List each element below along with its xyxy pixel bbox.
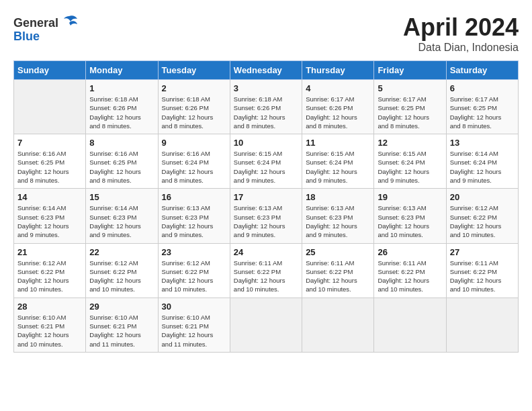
day-info: Sunrise: 6:16 AMSunset: 6:25 PMDaylight:… <box>17 149 82 185</box>
day-number: 29 <box>89 302 154 312</box>
day-info: Sunrise: 6:18 AMSunset: 6:26 PMDaylight:… <box>89 95 154 130</box>
day-number: 20 <box>450 192 515 202</box>
day-number: 10 <box>234 138 298 148</box>
day-header-saturday: Saturday <box>446 61 518 80</box>
calendar-subtitle: Data Dian, Indonesia <box>403 42 519 54</box>
calendar-cell <box>302 298 374 352</box>
day-number: 9 <box>162 138 226 148</box>
calendar-cell: 22Sunrise: 6:12 AMSunset: 6:22 PMDayligh… <box>86 243 158 298</box>
day-info: Sunrise: 6:15 AMSunset: 6:24 PMDaylight:… <box>378 149 442 185</box>
calendar-cell: 3Sunrise: 6:18 AMSunset: 6:26 PMDaylight… <box>230 80 302 134</box>
calendar-cell: 21Sunrise: 6:12 AMSunset: 6:22 PMDayligh… <box>14 243 86 298</box>
day-number: 23 <box>162 247 226 257</box>
calendar-cell: 17Sunrise: 6:13 AMSunset: 6:23 PMDayligh… <box>230 189 302 243</box>
calendar-cell: 18Sunrise: 6:13 AMSunset: 6:23 PMDayligh… <box>302 189 374 243</box>
day-info: Sunrise: 6:11 AMSunset: 6:22 PMDaylight:… <box>450 259 515 294</box>
day-number: 7 <box>17 138 82 148</box>
day-header-monday: Monday <box>86 61 158 80</box>
day-number: 17 <box>234 192 298 202</box>
calendar-cell: 6Sunrise: 6:17 AMSunset: 6:25 PMDaylight… <box>446 80 518 134</box>
day-info: Sunrise: 6:12 AMSunset: 6:22 PMDaylight:… <box>162 259 226 294</box>
day-number: 25 <box>306 247 370 257</box>
calendar-cell: 30Sunrise: 6:10 AMSunset: 6:21 PMDayligh… <box>158 298 230 352</box>
day-info: Sunrise: 6:17 AMSunset: 6:26 PMDaylight:… <box>306 95 370 130</box>
calendar-cell: 19Sunrise: 6:13 AMSunset: 6:23 PMDayligh… <box>374 189 446 243</box>
calendar-cell: 8Sunrise: 6:16 AMSunset: 6:25 PMDaylight… <box>86 134 158 189</box>
day-number: 18 <box>306 192 370 202</box>
day-number: 22 <box>89 247 154 257</box>
day-number: 14 <box>17 192 82 202</box>
calendar-table: SundayMondayTuesdayWednesdayThursdayFrid… <box>13 60 519 353</box>
calendar-title: April 2024 <box>403 13 519 42</box>
calendar-cell <box>230 298 302 352</box>
calendar-cell: 11Sunrise: 6:15 AMSunset: 6:24 PMDayligh… <box>302 134 374 189</box>
day-info: Sunrise: 6:11 AMSunset: 6:22 PMDaylight:… <box>378 259 442 294</box>
day-info: Sunrise: 6:14 AMSunset: 6:24 PMDaylight:… <box>450 149 515 185</box>
calendar-cell <box>374 298 446 352</box>
day-info: Sunrise: 6:10 AMSunset: 6:21 PMDaylight:… <box>162 313 226 349</box>
logo-bird-icon <box>60 13 79 32</box>
title-block: April 2024 Data Dian, Indonesia <box>403 13 519 54</box>
page-header: General Blue April 2024 Data Dian, Indon… <box>13 13 519 54</box>
calendar-cell: 14Sunrise: 6:14 AMSunset: 6:23 PMDayligh… <box>14 189 86 243</box>
day-info: Sunrise: 6:15 AMSunset: 6:24 PMDaylight:… <box>234 149 298 185</box>
calendar-cell: 15Sunrise: 6:14 AMSunset: 6:23 PMDayligh… <box>86 189 158 243</box>
day-info: Sunrise: 6:10 AMSunset: 6:21 PMDaylight:… <box>89 313 154 349</box>
calendar-cell <box>14 80 86 134</box>
day-info: Sunrise: 6:13 AMSunset: 6:23 PMDaylight:… <box>306 203 370 239</box>
logo: General Blue <box>13 13 79 44</box>
day-info: Sunrise: 6:17 AMSunset: 6:25 PMDaylight:… <box>450 95 515 130</box>
day-header-friday: Friday <box>374 61 446 80</box>
calendar-cell: 20Sunrise: 6:12 AMSunset: 6:22 PMDayligh… <box>446 189 518 243</box>
calendar-cell: 10Sunrise: 6:15 AMSunset: 6:24 PMDayligh… <box>230 134 302 189</box>
day-info: Sunrise: 6:12 AMSunset: 6:22 PMDaylight:… <box>89 259 154 294</box>
day-info: Sunrise: 6:12 AMSunset: 6:22 PMDaylight:… <box>17 259 82 294</box>
logo-blue-text: Blue <box>13 30 40 44</box>
day-number: 8 <box>89 138 154 148</box>
day-number: 2 <box>162 83 226 93</box>
day-number: 16 <box>162 192 226 202</box>
calendar-cell: 25Sunrise: 6:11 AMSunset: 6:22 PMDayligh… <box>302 243 374 298</box>
day-number: 13 <box>450 138 515 148</box>
calendar-cell: 9Sunrise: 6:16 AMSunset: 6:24 PMDaylight… <box>158 134 230 189</box>
day-number: 26 <box>378 247 442 257</box>
day-number: 27 <box>450 247 515 257</box>
day-info: Sunrise: 6:17 AMSunset: 6:25 PMDaylight:… <box>378 95 442 130</box>
day-info: Sunrise: 6:13 AMSunset: 6:23 PMDaylight:… <box>234 203 298 239</box>
calendar-cell: 28Sunrise: 6:10 AMSunset: 6:21 PMDayligh… <box>14 298 86 352</box>
calendar-cell: 5Sunrise: 6:17 AMSunset: 6:25 PMDaylight… <box>374 80 446 134</box>
day-number: 4 <box>306 83 370 93</box>
day-number: 12 <box>378 138 442 148</box>
day-header-tuesday: Tuesday <box>158 61 230 80</box>
day-number: 5 <box>378 83 442 93</box>
day-number: 19 <box>378 192 442 202</box>
day-header-thursday: Thursday <box>302 61 374 80</box>
calendar-cell: 16Sunrise: 6:13 AMSunset: 6:23 PMDayligh… <box>158 189 230 243</box>
calendar-cell: 12Sunrise: 6:15 AMSunset: 6:24 PMDayligh… <box>374 134 446 189</box>
day-number: 1 <box>89 83 154 93</box>
day-info: Sunrise: 6:10 AMSunset: 6:21 PMDaylight:… <box>17 313 82 349</box>
calendar-cell: 1Sunrise: 6:18 AMSunset: 6:26 PMDaylight… <box>86 80 158 134</box>
calendar-cell: 13Sunrise: 6:14 AMSunset: 6:24 PMDayligh… <box>446 134 518 189</box>
day-info: Sunrise: 6:16 AMSunset: 6:24 PMDaylight:… <box>162 149 226 185</box>
day-info: Sunrise: 6:15 AMSunset: 6:24 PMDaylight:… <box>306 149 370 185</box>
day-number: 21 <box>17 247 82 257</box>
day-info: Sunrise: 6:13 AMSunset: 6:23 PMDaylight:… <box>378 203 442 239</box>
day-info: Sunrise: 6:18 AMSunset: 6:26 PMDaylight:… <box>234 95 298 130</box>
day-info: Sunrise: 6:12 AMSunset: 6:22 PMDaylight:… <box>450 203 515 239</box>
day-number: 15 <box>89 192 154 202</box>
calendar-cell: 24Sunrise: 6:11 AMSunset: 6:22 PMDayligh… <box>230 243 302 298</box>
day-info: Sunrise: 6:11 AMSunset: 6:22 PMDaylight:… <box>234 259 298 294</box>
day-number: 28 <box>17 302 82 312</box>
calendar-cell: 29Sunrise: 6:10 AMSunset: 6:21 PMDayligh… <box>86 298 158 352</box>
day-info: Sunrise: 6:14 AMSunset: 6:23 PMDaylight:… <box>89 203 154 239</box>
calendar-cell <box>446 298 518 352</box>
calendar-cell: 27Sunrise: 6:11 AMSunset: 6:22 PMDayligh… <box>446 243 518 298</box>
calendar-cell: 4Sunrise: 6:17 AMSunset: 6:26 PMDaylight… <box>302 80 374 134</box>
day-info: Sunrise: 6:14 AMSunset: 6:23 PMDaylight:… <box>17 203 82 239</box>
day-info: Sunrise: 6:18 AMSunset: 6:26 PMDaylight:… <box>162 95 226 130</box>
day-info: Sunrise: 6:16 AMSunset: 6:25 PMDaylight:… <box>89 149 154 185</box>
calendar-cell: 23Sunrise: 6:12 AMSunset: 6:22 PMDayligh… <box>158 243 230 298</box>
calendar-cell: 7Sunrise: 6:16 AMSunset: 6:25 PMDaylight… <box>14 134 86 189</box>
day-info: Sunrise: 6:11 AMSunset: 6:22 PMDaylight:… <box>306 259 370 294</box>
